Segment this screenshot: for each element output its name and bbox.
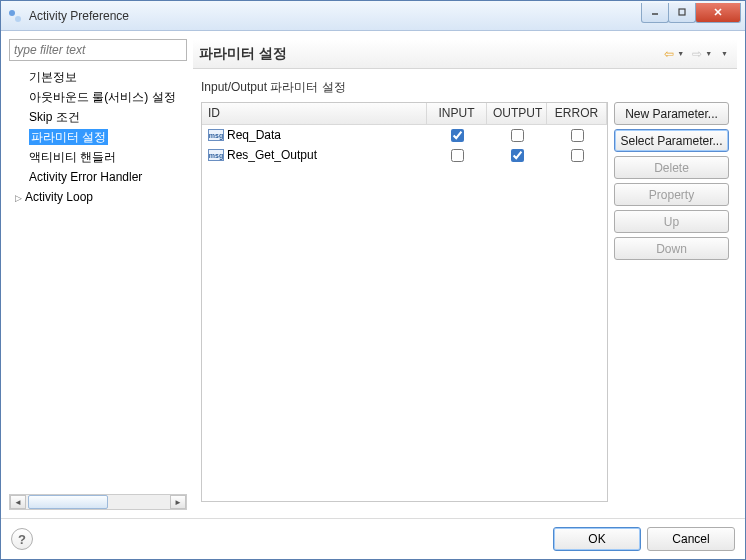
- tree-item-handler[interactable]: 액티비티 핸들러: [9, 147, 187, 167]
- window-title: Activity Preference: [29, 9, 642, 23]
- msg-icon: msg: [208, 129, 224, 141]
- col-output[interactable]: OUTPUT: [487, 103, 547, 124]
- output-checkbox[interactable]: [511, 129, 524, 142]
- maximize-button[interactable]: [668, 3, 696, 23]
- tree-item-skip[interactable]: Skip 조건: [9, 107, 187, 127]
- window-buttons: [642, 3, 741, 23]
- parameter-table: ID INPUT OUTPUT ERROR msg Req_Data: [201, 102, 608, 502]
- msg-icon: msg: [208, 149, 224, 161]
- nav-tree: 기본정보 아웃바운드 룰(서비스) 설정 Skip 조건 파라미터 설정 액티비…: [9, 65, 187, 494]
- tree-item-loop[interactable]: ▷Activity Loop: [9, 187, 187, 208]
- table-body: msg Req_Data msg Res_Get_Output: [202, 125, 607, 501]
- col-error[interactable]: ERROR: [547, 103, 607, 124]
- delete-button[interactable]: Delete: [614, 156, 729, 179]
- close-button[interactable]: [695, 3, 741, 23]
- view-menu-caret[interactable]: ▼: [721, 50, 728, 57]
- back-menu-caret[interactable]: ▼: [677, 50, 684, 57]
- expand-icon[interactable]: ▷: [15, 190, 25, 206]
- help-icon[interactable]: ?: [11, 528, 33, 550]
- ok-button[interactable]: OK: [553, 527, 641, 551]
- input-checkbox[interactable]: [451, 129, 464, 142]
- row-id-label: Res_Get_Output: [227, 148, 317, 162]
- page-title: 파라미터 설정: [199, 45, 661, 63]
- parameter-area: ID INPUT OUTPUT ERROR msg Req_Data: [201, 102, 729, 502]
- button-column: New Parameter... Select Parameter... Del…: [614, 102, 729, 502]
- filter-input[interactable]: [9, 39, 187, 61]
- up-button[interactable]: Up: [614, 210, 729, 233]
- scroll-right-button[interactable]: ►: [170, 495, 186, 509]
- new-parameter-button[interactable]: New Parameter...: [614, 102, 729, 125]
- footer: ? OK Cancel: [1, 518, 745, 559]
- col-id[interactable]: ID: [202, 103, 427, 124]
- app-icon: [7, 8, 23, 24]
- cancel-button[interactable]: Cancel: [647, 527, 735, 551]
- cell-id: msg Res_Get_Output: [202, 148, 427, 162]
- table-row[interactable]: msg Req_Data: [202, 125, 607, 145]
- back-icon[interactable]: ⇦: [661, 46, 677, 62]
- output-checkbox[interactable]: [511, 149, 524, 162]
- nav-buttons: ⇦▼ ⇨▼ ▼: [661, 46, 731, 62]
- sidebar: 기본정보 아웃바운드 룰(서비스) 설정 Skip 조건 파라미터 설정 액티비…: [9, 39, 187, 510]
- svg-rect-3: [679, 9, 685, 15]
- dialog-window: Activity Preference 기본정보 아웃바운드 룰(서비스) 설정…: [0, 0, 746, 560]
- scroll-track[interactable]: [26, 495, 170, 509]
- tree-item-outbound[interactable]: 아웃바운드 룰(서비스) 설정: [9, 87, 187, 107]
- tree-item-errorhandler[interactable]: Activity Error Handler: [9, 167, 187, 187]
- property-button[interactable]: Property: [614, 183, 729, 206]
- tree-item-parameter[interactable]: 파라미터 설정: [9, 127, 187, 147]
- content-area: 기본정보 아웃바운드 룰(서비스) 설정 Skip 조건 파라미터 설정 액티비…: [1, 31, 745, 518]
- sidebar-hscrollbar[interactable]: ◄ ►: [9, 494, 187, 510]
- down-button[interactable]: Down: [614, 237, 729, 260]
- tree-item-basic[interactable]: 기본정보: [9, 67, 187, 87]
- scroll-left-button[interactable]: ◄: [10, 495, 26, 509]
- section-label: Input/Output 파라미터 설정: [201, 79, 729, 96]
- svg-point-0: [9, 10, 15, 16]
- forward-menu-caret[interactable]: ▼: [705, 50, 712, 57]
- cell-id: msg Req_Data: [202, 128, 427, 142]
- svg-point-1: [15, 16, 21, 22]
- minimize-button[interactable]: [641, 3, 669, 23]
- scroll-thumb[interactable]: [28, 495, 108, 509]
- titlebar: Activity Preference: [1, 1, 745, 31]
- input-checkbox[interactable]: [451, 149, 464, 162]
- error-checkbox[interactable]: [571, 149, 584, 162]
- row-id-label: Req_Data: [227, 128, 281, 142]
- main-body: Input/Output 파라미터 설정 ID INPUT OUTPUT ERR…: [193, 69, 737, 510]
- main-header: 파라미터 설정 ⇦▼ ⇨▼ ▼: [193, 39, 737, 69]
- table-header: ID INPUT OUTPUT ERROR: [202, 103, 607, 125]
- select-parameter-button[interactable]: Select Parameter...: [614, 129, 729, 152]
- table-row[interactable]: msg Res_Get_Output: [202, 145, 607, 165]
- forward-icon[interactable]: ⇨: [689, 46, 705, 62]
- col-input[interactable]: INPUT: [427, 103, 487, 124]
- error-checkbox[interactable]: [571, 129, 584, 142]
- main-panel: 파라미터 설정 ⇦▼ ⇨▼ ▼ Input/Output 파라미터 설정 ID …: [193, 39, 737, 510]
